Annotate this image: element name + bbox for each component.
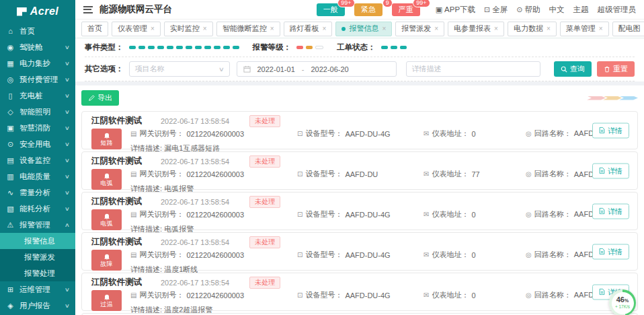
tab[interactable]: 报警派发 × [395,22,444,36]
sidebar-item[interactable]: 报警派发 [0,249,75,265]
sidebar-item[interactable]: ⊞ 运维管理 ∨ [0,281,75,298]
alarm-type-label: 电弧 [101,220,113,227]
alarm-level-tag[interactable] [315,46,323,49]
reset-button[interactable]: 重置 [597,61,635,77]
sidebar-item[interactable]: ◎ 预付费管理 ∨ [0,71,75,88]
event-type-tag[interactable] [157,46,164,49]
tab-label: 智能微断监控 [223,24,267,34]
card-body: 短路 ▤ 网关识别号： 02122042600003 ⊡ [91,129,628,153]
tab[interactable]: 报警信息 × [335,22,392,36]
sidebar-item[interactable]: ⌂ 首页 [0,23,75,39]
sidebar-item[interactable]: ▤ 设备监控 ∨ [0,152,75,168]
tab[interactable]: 仪表管理 × [112,22,161,36]
meter-address-field: ✉ 仪表地址： 0 [424,129,526,139]
sidebar-item-label: 智能照明 [19,107,50,117]
alarm-level-badge[interactable]: 紧急 9 [354,3,383,16]
sidebar-item-label: 运维管理 [19,285,50,295]
device-model-label: 设备型号： [305,129,342,139]
detail-button-label: 详情 [608,246,622,256]
card-header: 江阴软件测试 2022-06-17 13:58:54 未处理 [91,115,628,127]
tab[interactable]: 智能微断监控 × [216,22,280,36]
tab-close-icon[interactable]: × [434,26,438,32]
tab[interactable]: 首页 × [81,22,108,36]
sidebar-item[interactable]: ◇ 智能照明 ∨ [0,104,75,120]
tab-close-icon[interactable]: × [323,26,327,32]
sidebar-item[interactable]: ▥ 电能质量 ∨ [0,168,75,184]
tab-close-icon[interactable]: × [270,26,274,32]
header-link[interactable]: 中文 [549,5,565,15]
sidebar-item[interactable]: ▧ 能耗分析 ∨ [0,201,75,217]
tab-close-icon[interactable]: × [203,26,207,32]
performance-monitor-widget[interactable]: 46% + 17K/s [609,289,636,315]
sidebar-item[interactable]: ▯ 充电桩 ∨ [0,88,75,104]
event-type-tag[interactable] [129,46,136,49]
header-link[interactable]: ▣ APP下载 [436,5,475,15]
event-type-tag[interactable] [176,46,183,49]
sidebar-item[interactable]: ◈ 用户报告 ∨ [0,298,75,314]
meter-address-label: 仪表地址： [432,129,469,139]
event-type-tag[interactable] [186,46,192,49]
alarm-type-badge: 短路 [91,129,122,149]
header-link[interactable]: ⊡ 全屏 [484,5,508,15]
description-input[interactable]: 详情描述 [406,61,540,77]
tab[interactable]: 实时监控 × [164,22,213,36]
order-status-tag[interactable] [391,46,397,49]
alarm-level-badge[interactable]: 严重 99+ [392,3,420,16]
gateway-label: 网关识别号： [139,169,184,179]
event-type-tag[interactable] [214,46,220,49]
header-link-label: 主题 [573,5,589,15]
tab-label: 报警信息 [349,24,378,34]
tab-close-icon[interactable]: × [599,26,603,32]
event-type-tag[interactable] [223,46,230,49]
event-type-tag[interactable] [204,46,211,49]
acrel-logo-icon [17,7,27,16]
sidebar-item[interactable]: ▣ 智慧消防 ∨ [0,120,75,136]
hamburger-menu-icon[interactable] [83,6,93,13]
sidebar-item[interactable]: ▦ 电力集抄 ∨ [0,55,75,71]
tab-close-icon[interactable]: × [547,26,551,32]
tab-close-icon[interactable]: × [382,26,386,32]
header-link[interactable]: 主题 [573,5,589,15]
detail-button[interactable]: 详情 [592,163,629,178]
alarm-level-tag[interactable] [296,46,303,49]
alarm-timestamp: 2022-06-17 13:58:54 [161,238,229,246]
tab-label: 菜单管理 [566,24,596,34]
alarm-level-badge[interactable]: 一般 99+ [317,3,345,16]
tab[interactable]: 电参量报表 × [448,22,504,36]
sidebar-item[interactable]: 报警信息 [0,233,75,249]
sidebar-item[interactable]: 报警处理 [0,265,75,281]
alarm-level-label: 严重 [399,5,413,13]
header-link[interactable]: 超级管理员 [598,5,637,15]
event-type-tag[interactable] [167,46,173,49]
tab[interactable]: 菜单管理 × [560,22,609,36]
export-button[interactable]: 导出 [81,90,119,106]
search-button[interactable]: 查询 [554,61,592,77]
event-type-tag[interactable] [148,46,155,49]
tab[interactable]: 路灯看板 × [284,22,333,36]
alarm-level-tag[interactable] [306,46,313,49]
event-type-tag[interactable] [233,46,239,49]
order-status-tag[interactable] [400,46,407,49]
alarm-badges: 一般 99+ 紧急 9 严重 99+ [317,3,427,16]
header-link[interactable]: ⊙ 帮助 [516,5,540,15]
app-window: Acrel ⌂ 首页 ◉ 驾驶舱 ∨ ▦ 电力集抄 ∨ ◎ 预付费管理 ∨ ▯ [0,0,644,315]
order-status-tag[interactable] [381,46,388,49]
sidebar-item[interactable]: ⚠ 报警管理 ∧ [0,217,75,233]
detail-button[interactable]: 详情 [592,203,629,219]
sidebar-item[interactable]: ◉ 驾驶舱 ∨ [0,39,75,55]
chevron-icon: ∨ [65,61,70,67]
tab[interactable]: 电力数据 × [508,22,557,36]
date-range-picker[interactable]: 2022-01-01 - 2022-06-20 [237,61,397,77]
sidebar-item[interactable]: ∿ 需量分析 ∨ [0,184,75,201]
tab-close-icon[interactable]: × [151,26,155,32]
project-select[interactable]: 项目名称 ∨ [129,61,230,77]
detail-button[interactable]: 详情 [592,123,629,138]
tab[interactable]: 配电图 × [612,22,644,36]
sidebar-item[interactable]: ⊙ 安全用电 ∨ [0,136,75,152]
event-type-tag[interactable] [195,46,202,49]
sidebar-item-label: 能耗分析 [19,204,50,214]
alarm-type-badge: 故障 [91,250,122,271]
detail-button[interactable]: 详情 [592,244,629,259]
tab-close-icon[interactable]: × [494,26,498,32]
event-type-tag[interactable] [138,46,145,49]
